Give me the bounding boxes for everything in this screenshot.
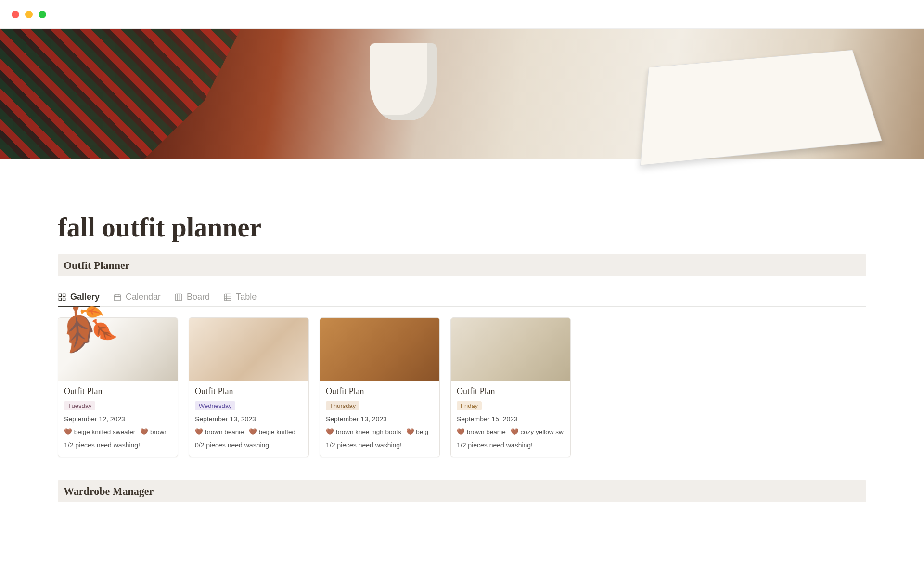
card-date: September 15, 2023	[457, 415, 565, 423]
card-body: Outfit PlanTuesdaySeptember 12, 2023🤎 be…	[58, 381, 178, 457]
gallery-card[interactable]: Outfit PlanFridaySeptember 15, 2023🤎 bro…	[450, 317, 571, 457]
card-body: Outfit PlanWednesdaySeptember 13, 2023🤎 …	[189, 381, 308, 457]
svg-rect-3	[63, 298, 65, 300]
window-chrome	[0, 0, 924, 29]
day-tag: Thursday	[326, 401, 359, 410]
section-header-outfit-planner: Outfit Planner	[58, 254, 866, 276]
tab-table-label: Table	[236, 292, 257, 302]
gallery-card[interactable]: Outfit PlanThursdaySeptember 13, 2023🤎 b…	[320, 317, 440, 457]
piece-tag: 🤎 beig	[406, 428, 428, 435]
tab-board-label: Board	[187, 292, 210, 302]
piece-tag: 🤎 brown beanie	[457, 428, 506, 435]
card-pieces: 🤎 brown knee high boots🤎 beig	[326, 428, 434, 435]
svg-rect-1	[63, 294, 65, 296]
view-tabs: Gallery Calendar Board Table	[58, 288, 866, 307]
card-pieces: 🤎 beige knitted sweater🤎 brown	[64, 428, 172, 435]
gallery-view: Outfit PlanTuesdaySeptember 12, 2023🤎 be…	[58, 317, 866, 457]
board-icon	[174, 293, 183, 302]
card-cover-image	[320, 318, 439, 381]
card-body: Outfit PlanThursdaySeptember 13, 2023🤎 b…	[320, 381, 439, 457]
card-cover-image	[451, 318, 570, 381]
traffic-light-close[interactable]	[12, 11, 19, 18]
gallery-card[interactable]: Outfit PlanWednesdaySeptember 13, 2023🤎 …	[189, 317, 309, 457]
piece-tag: 🤎 beige knitted	[249, 428, 295, 435]
gallery-icon	[58, 293, 66, 302]
day-tag: Wednesday	[195, 401, 235, 410]
day-tag: Tuesday	[64, 401, 95, 410]
card-cover-image	[189, 318, 308, 381]
cover-decor-plaid	[0, 29, 241, 159]
svg-rect-8	[175, 294, 182, 301]
traffic-light-minimize[interactable]	[25, 11, 33, 18]
table-icon	[223, 293, 232, 302]
card-date: September 13, 2023	[326, 415, 434, 423]
tab-calendar[interactable]: Calendar	[113, 288, 161, 306]
card-body: Outfit PlanFridaySeptember 15, 2023🤎 bro…	[451, 381, 570, 457]
page-title[interactable]: fall outfit planner	[58, 212, 866, 243]
piece-tag: 🤎 brown beanie	[195, 428, 244, 435]
svg-rect-11	[224, 294, 231, 301]
card-pieces: 🤎 brown beanie🤎 beige knitted	[195, 428, 303, 435]
card-date: September 13, 2023	[195, 415, 303, 423]
traffic-light-zoom[interactable]	[38, 11, 46, 18]
card-title: Outfit Plan	[64, 386, 172, 396]
piece-tag: 🤎 cozy yellow sw	[511, 428, 564, 435]
calendar-icon	[113, 293, 122, 302]
card-wash-status: 1/2 pieces need washing!	[326, 441, 434, 449]
cover-image[interactable]	[0, 29, 924, 159]
card-wash-status: 1/2 pieces need washing!	[64, 441, 172, 449]
card-title: Outfit Plan	[457, 386, 565, 396]
tab-calendar-label: Calendar	[126, 292, 161, 302]
page-content: 🍂 fall outfit planner Outfit Planner Gal…	[0, 159, 924, 502]
card-wash-status: 0/2 pieces need washing!	[195, 441, 303, 449]
piece-tag: 🤎 beige knitted sweater	[64, 428, 135, 435]
day-tag: Friday	[457, 401, 482, 410]
svg-rect-4	[114, 294, 121, 300]
card-wash-status: 1/2 pieces need washing!	[457, 441, 565, 449]
svg-rect-0	[59, 294, 61, 296]
section-header-wardrobe-manager: Wardrobe Manager	[58, 480, 866, 502]
tab-board[interactable]: Board	[174, 288, 210, 306]
piece-tag: 🤎 brown	[140, 428, 168, 435]
piece-tag: 🤎 brown knee high boots	[326, 428, 401, 435]
card-date: September 12, 2023	[64, 415, 172, 423]
card-pieces: 🤎 brown beanie🤎 cozy yellow sw	[457, 428, 565, 435]
tab-table[interactable]: Table	[223, 288, 257, 306]
svg-rect-2	[59, 298, 61, 300]
card-title: Outfit Plan	[326, 386, 434, 396]
card-title: Outfit Plan	[195, 386, 303, 396]
